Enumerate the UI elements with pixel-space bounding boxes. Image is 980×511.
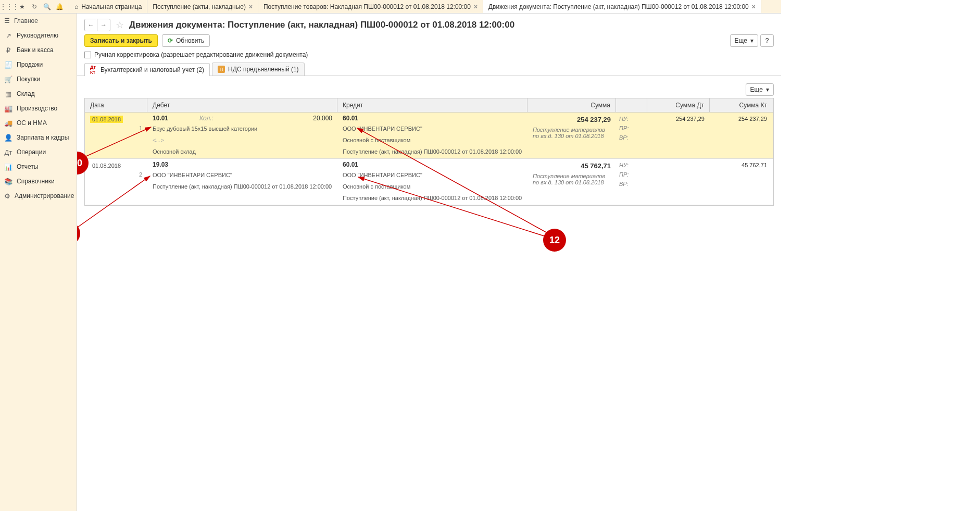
window-tab[interactable]: ⌂Начальная страница bbox=[69, 0, 147, 13]
sum-dt-value: 254 237,29 bbox=[647, 113, 710, 158]
refresh-label: Обновить bbox=[176, 37, 204, 44]
sidebar-item[interactable]: ↗Руководителю bbox=[0, 28, 77, 43]
table-area: Еще ▾ Дата Дебет Кредит Сумма Сумма Дт С… bbox=[77, 76, 781, 511]
nav-icon: 📚 bbox=[4, 177, 12, 185]
analytics-line: Основной склад bbox=[147, 147, 337, 158]
credit-cell: 60.01ООО "ИНВЕНТАРИ СЕРВИС"Основной с по… bbox=[337, 159, 527, 205]
sidebar-main-label: Главное bbox=[14, 17, 38, 24]
subtab[interactable]: Дт КтБухгалтерский и налоговый учет (2) bbox=[84, 63, 210, 76]
date-cell: 01.08.20182 bbox=[85, 159, 147, 205]
refresh-button[interactable]: ⟳ Обновить bbox=[162, 34, 210, 47]
nav-label: Отчеты bbox=[17, 163, 38, 170]
sum-cell: 45 762,71Поступление материалов по вх.д.… bbox=[527, 159, 616, 205]
subtabs: Дт КтБухгалтерский и налоговый учет (2)Н… bbox=[77, 63, 781, 76]
nav-label: Банк и касса bbox=[17, 46, 54, 54]
table-more-label: Еще bbox=[750, 86, 763, 93]
window-tab[interactable]: Движения документа: Поступление (акт, на… bbox=[483, 0, 761, 13]
home-icon: ⌂ bbox=[74, 3, 78, 10]
refresh-icon: ⟳ bbox=[168, 37, 173, 44]
back-button[interactable]: ← bbox=[85, 19, 97, 31]
forward-button[interactable]: → bbox=[97, 19, 110, 31]
row-number: 1 bbox=[139, 125, 142, 131]
sidebar-item[interactable]: 📚Справочники bbox=[0, 174, 77, 189]
page-header: ← → ☆ Движения документа: Поступление (а… bbox=[77, 14, 781, 34]
sidebar-item[interactable]: ▦Склад bbox=[0, 86, 77, 101]
nav-label: ОС и НМА bbox=[17, 119, 47, 127]
help-label: ? bbox=[765, 37, 769, 44]
sum-description: Поступление материалов по вх.д. 130 от 0… bbox=[533, 127, 611, 139]
save-and-close-button[interactable]: Записать и закрыть bbox=[84, 34, 158, 47]
col-debit[interactable]: Дебет bbox=[147, 98, 337, 112]
favorite-toggle-icon[interactable]: ☆ bbox=[116, 19, 124, 31]
sidebar: ☰ Главное ↗Руководителю₽Банк и касса🧾Про… bbox=[0, 14, 77, 511]
nav-label: Зарплата и кадры bbox=[17, 134, 69, 141]
nav-label: Справочники bbox=[17, 178, 55, 185]
analytics-line: Брус дубовый 15х15 высшей категории bbox=[147, 124, 337, 135]
col-sum-dt[interactable]: Сумма Дт bbox=[647, 98, 710, 112]
sidebar-item[interactable]: ₽Банк и касса bbox=[0, 43, 77, 57]
nav-icon: ↗ bbox=[4, 31, 12, 40]
col-sum-kt[interactable]: Сумма Кт bbox=[710, 98, 772, 112]
nav-label: Администрирование bbox=[15, 192, 74, 200]
sum-cell: 254 237,29Поступление материалов по вх.д… bbox=[527, 113, 616, 158]
ann-nu: НУ: bbox=[619, 162, 644, 171]
tab-label: Движения документа: Поступление (акт, на… bbox=[488, 3, 749, 10]
sidebar-main-button[interactable]: ☰ Главное bbox=[0, 14, 77, 28]
table-more-button[interactable]: Еще ▾ bbox=[746, 83, 774, 96]
table-row[interactable]: 01.08.2018219.03ООО "ИНВЕНТАРИ СЕРВИС"По… bbox=[85, 159, 773, 205]
analytics-line: ООО "ИНВЕНТАРИ СЕРВИС" bbox=[337, 170, 527, 182]
sidebar-item[interactable]: 🏭Производство bbox=[0, 101, 77, 116]
row-number: 2 bbox=[139, 171, 142, 178]
help-button[interactable]: ? bbox=[760, 34, 774, 47]
tab-label: Поступление товаров: Накладная ПШ00-0000… bbox=[263, 3, 471, 10]
sum-kt-value: 45 762,71 bbox=[710, 159, 772, 205]
sidebar-item[interactable]: 🚚ОС и НМА bbox=[0, 116, 77, 130]
sidebar-item[interactable]: 🧾Продажи bbox=[0, 57, 77, 72]
debit-cell: 19.03ООО "ИНВЕНТАРИ СЕРВИС"Поступление (… bbox=[147, 159, 337, 205]
bell-icon[interactable]: 🔔 bbox=[53, 1, 66, 13]
close-icon[interactable]: × bbox=[474, 3, 478, 10]
favorites-icon[interactable]: ★ bbox=[16, 1, 28, 13]
sum-description: Поступление материалов по вх.д. 130 от 0… bbox=[533, 173, 611, 185]
sidebar-item[interactable]: 🛒Покупки bbox=[0, 72, 77, 86]
close-icon[interactable]: × bbox=[752, 3, 756, 10]
close-icon[interactable]: × bbox=[249, 3, 253, 10]
date-value: 01.08.2018 bbox=[90, 116, 123, 123]
ann-vr: ВР: bbox=[619, 181, 644, 190]
qty-label: Кол.: bbox=[199, 115, 266, 122]
table-row[interactable]: 01.08.2018110.01Кол.:20,000Брус дубовый … bbox=[85, 113, 773, 159]
col-date[interactable]: Дата bbox=[85, 98, 147, 112]
apps-icon[interactable]: ⋮⋮⋮ bbox=[3, 1, 16, 13]
chevron-down-icon: ▾ bbox=[766, 86, 769, 93]
col-sum[interactable]: Сумма bbox=[527, 98, 616, 112]
date-value: 01.08.2018 bbox=[90, 162, 123, 169]
col-credit[interactable]: Кредит bbox=[337, 98, 527, 112]
action-bar: Записать и закрыть ⟳ Обновить Еще ▾ ? bbox=[77, 34, 781, 51]
subtab[interactable]: ННДС предъявленный (1) bbox=[212, 63, 304, 76]
account-code: 60.01 bbox=[343, 115, 390, 122]
nav-icon: 🚚 bbox=[4, 119, 12, 127]
sidebar-item[interactable]: 📊Отчеты bbox=[0, 159, 77, 174]
sidebar-item[interactable]: ⚙Администрирование bbox=[0, 189, 77, 203]
credit-cell: 60.01ООО "ИНВЕНТАРИ СЕРВИС"Основной с по… bbox=[337, 113, 527, 158]
col-ann-spacer bbox=[616, 98, 647, 112]
more-button[interactable]: Еще ▾ bbox=[730, 34, 758, 47]
manual-correction-label: Ручная корректировка (разрешает редактир… bbox=[94, 51, 308, 58]
search-icon[interactable]: 🔍 bbox=[41, 1, 53, 13]
window-tab[interactable]: Поступление товаров: Накладная ПШ00-0000… bbox=[258, 0, 483, 13]
transactions-grid: Дата Дебет Кредит Сумма Сумма Дт Сумма К… bbox=[84, 98, 774, 206]
account-code: 10.01 bbox=[153, 115, 199, 122]
burger-icon: ☰ bbox=[4, 17, 10, 24]
nav-icon: ▦ bbox=[4, 90, 12, 98]
sum-value: 254 237,29 bbox=[533, 116, 611, 123]
nav-label: Продажи bbox=[17, 61, 43, 68]
sidebar-item[interactable]: 👤Зарплата и кадры bbox=[0, 130, 77, 145]
window-tab[interactable]: Поступление (акты, накладные)× bbox=[147, 0, 258, 13]
analytics-line: ООО "ИНВЕНТАРИ СЕРВИС" bbox=[337, 124, 527, 135]
qty-value: 20,000 bbox=[266, 115, 333, 122]
history-icon[interactable]: ↻ bbox=[28, 1, 41, 13]
ann-vr: ВР: bbox=[619, 134, 644, 144]
manual-correction-checkbox[interactable] bbox=[84, 52, 91, 58]
sidebar-item[interactable]: ДтОперации bbox=[0, 145, 77, 159]
subtab-label: Бухгалтерский и налоговый учет (2) bbox=[100, 66, 204, 73]
